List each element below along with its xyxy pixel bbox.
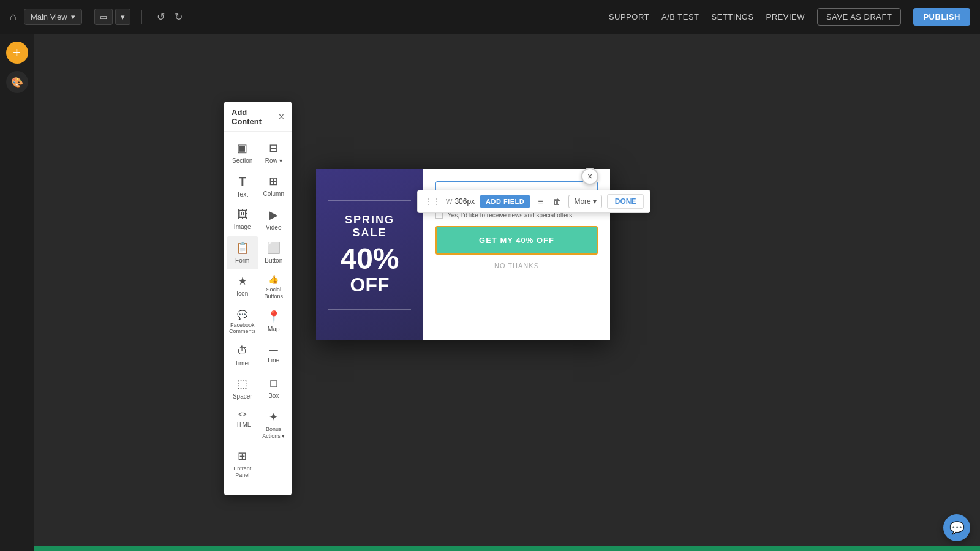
icon-icon: ★ [238, 274, 247, 288]
panel-title: Add Content [232, 108, 279, 126]
done-button[interactable]: DONE [607, 194, 644, 209]
chat-icon: 💬 [949, 520, 965, 535]
section-label: Section [232, 157, 252, 165]
panel-item-icon[interactable]: ★ Icon [227, 269, 258, 305]
panel-item-button[interactable]: ⬜ Button [258, 236, 289, 269]
panel-item-spacer[interactable]: ⬚ Spacer [227, 372, 258, 405]
more-dropdown[interactable]: More ▾ [568, 195, 601, 208]
view-selector-arrow: ▾ [71, 12, 75, 21]
ab-test-link[interactable]: A/B TEST [662, 12, 699, 21]
delete-icon-btn[interactable]: 🗑 [550, 195, 564, 208]
text-icon: T [239, 174, 246, 189]
width-label: W [446, 198, 452, 205]
bottom-bar [34, 546, 980, 551]
no-thanks-link[interactable]: NO THANKS [435, 262, 598, 269]
line-icon: — [270, 345, 278, 354]
social-icon: 👍 [268, 274, 279, 284]
desktop-device-btn[interactable]: ▭ [94, 9, 113, 25]
entrant-label: Entrant Panel [229, 465, 256, 479]
panel-item-video[interactable]: ▶ Video [258, 203, 289, 236]
panel-item-entrant[interactable]: ⊞ Entrant Panel [227, 444, 258, 484]
support-link[interactable]: SUPPORT [609, 12, 649, 21]
panel-item-html[interactable]: <> HTML [227, 405, 258, 444]
map-label: Map [268, 326, 279, 333]
panel-item-text[interactable]: T Text [227, 170, 258, 203]
list-icon-btn[interactable]: ≡ [535, 195, 545, 208]
panel-item-bonus[interactable]: ✦ Bonus Actions ▾ [258, 405, 289, 444]
undo-redo-group: ↺ ↻ [153, 9, 186, 25]
form-icon: 📋 [236, 241, 249, 255]
view-selector[interactable]: Main View ▾ [24, 9, 82, 25]
image-icon: 🖼 [237, 208, 248, 221]
form-label: Form [235, 257, 249, 264]
left-sidebar: + 🎨 [0, 34, 34, 551]
map-icon: 📍 [267, 310, 281, 323]
sidebar-palette-button[interactable]: 🎨 [6, 71, 28, 93]
html-label: HTML [234, 421, 251, 429]
sidebar-add-button[interactable]: + [6, 42, 28, 64]
video-icon: ▶ [270, 208, 278, 222]
view-selector-label: Main View [31, 12, 67, 21]
panel-item-row[interactable]: ⊟ Row ▾ [258, 137, 289, 170]
cta-button[interactable]: GET MY 40% OFF [435, 226, 598, 255]
facebook-label: Facebook Comments [229, 322, 256, 335]
panel-close-button[interactable]: × [279, 112, 284, 122]
column-label: Column [263, 190, 284, 198]
html-icon: <> [238, 410, 247, 419]
add-content-panel: Add Content × ▣ Section ⊟ Row ▾ T Text ⊞ [224, 102, 292, 495]
undo-btn[interactable]: ↺ [153, 9, 168, 25]
bonus-icon: ✦ [269, 410, 278, 424]
panel-item-image[interactable]: 🖼 Image [227, 203, 258, 236]
add-field-button[interactable]: ADD FIELD [480, 195, 530, 208]
popup-close-button[interactable]: × [581, 168, 598, 185]
spacer-label: Spacer [233, 393, 252, 400]
panel-item-social[interactable]: 👍 Social Buttons [258, 269, 289, 305]
column-icon: ⊞ [269, 174, 278, 188]
canvas: Add Content × ▣ Section ⊟ Row ▾ T Text ⊞ [34, 34, 980, 551]
discount-text: 40% [340, 244, 399, 274]
discount-off-text: OFF [350, 274, 390, 296]
panel-item-facebook[interactable]: 💬 Facebook Comments [227, 305, 258, 340]
device-controls: ▭ ▾ [94, 9, 130, 25]
box-label: Box [268, 392, 279, 400]
form-toolbar: ⋮⋮ W 306px ADD FIELD ≡ 🗑 More ▾ DONE [417, 190, 650, 213]
more-arrow-icon: ▾ [593, 197, 597, 206]
more-label: More [574, 197, 590, 206]
drag-handle[interactable]: ⋮⋮ [424, 197, 441, 206]
panel-item-form[interactable]: 📋 Form [227, 236, 258, 269]
device-dropdown-btn[interactable]: ▾ [115, 9, 130, 25]
home-icon[interactable]: ⌂ [10, 10, 17, 23]
spring-sale-text: SPRING SALE [328, 214, 411, 239]
timer-icon: ⏱ [237, 345, 248, 358]
line-label: Line [268, 357, 279, 364]
spacer-icon: ⬚ [237, 377, 247, 391]
publish-button[interactable]: PUBLISH [913, 8, 970, 26]
preview-link[interactable]: PREVIEW [766, 12, 805, 21]
entrant-icon: ⊞ [238, 449, 247, 463]
nav-divider [141, 10, 142, 24]
row-icon: ⊟ [269, 141, 278, 155]
facebook-icon: 💬 [237, 310, 247, 320]
panel-header: Add Content × [224, 102, 292, 132]
width-value: 306px [454, 197, 475, 206]
social-label: Social Buttons [261, 287, 287, 300]
row-label: Row ▾ [265, 157, 282, 165]
main-area: + 🎨 Add Content × ▣ Section ⊟ Row ▾ [0, 34, 980, 551]
bonus-label: Bonus Actions ▾ [261, 426, 287, 440]
save-draft-button[interactable]: SAVE AS DRAFT [817, 8, 901, 26]
panel-item-line[interactable]: — Line [258, 340, 289, 372]
redo-btn[interactable]: ↻ [171, 9, 186, 25]
section-icon: ▣ [237, 141, 247, 155]
panel-item-map[interactable]: 📍 Map [258, 305, 289, 340]
panel-item-box[interactable]: □ Box [258, 372, 289, 405]
settings-link[interactable]: SETTINGS [712, 12, 754, 21]
panel-item-column[interactable]: ⊞ Column [258, 170, 289, 203]
panel-item-timer[interactable]: ⏱ Timer [227, 340, 258, 372]
chat-widget[interactable]: 💬 [943, 514, 970, 541]
text-label: Text [237, 191, 248, 198]
panel-item-section[interactable]: ▣ Section [227, 137, 258, 170]
add-icon: + [13, 45, 21, 61]
palette-icon: 🎨 [11, 77, 23, 88]
top-nav-right: SUPPORT A/B TEST SETTINGS PREVIEW SAVE A… [609, 8, 970, 26]
close-x-icon: × [587, 171, 592, 181]
